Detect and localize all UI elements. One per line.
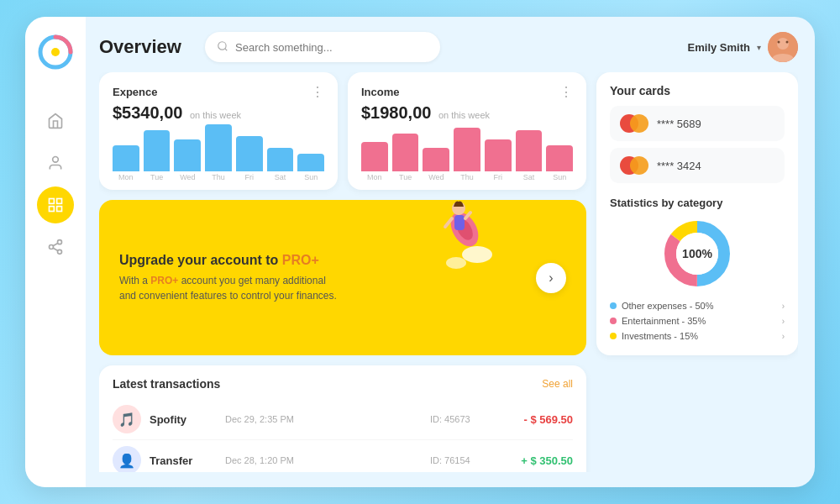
svg-point-24 <box>445 207 484 251</box>
bar <box>392 134 419 172</box>
chevron-right-icon: › <box>782 317 785 326</box>
bar <box>361 142 388 171</box>
table-row[interactable]: 🎵 Spofity Dec 29, 2:35 PM ID: 45673 - $ … <box>113 399 573 440</box>
bar-group: Mon <box>361 142 388 181</box>
donut-chart: 100% <box>659 216 735 291</box>
bar-group: Fri <box>236 136 263 181</box>
svg-line-10 <box>53 248 58 250</box>
expense-title: Expence <box>113 86 157 98</box>
legend-dot <box>610 302 617 309</box>
legend-dot <box>610 333 617 339</box>
legend-item[interactable]: Entertainment - 35% › <box>610 313 785 328</box>
tx-title: Latest transactions <box>113 377 220 391</box>
income-title: Income <box>361 86 400 98</box>
legend-list: Other expenses - 50% › Entertainment - 3… <box>610 298 785 344</box>
bar <box>546 145 573 172</box>
bar-label: Mon <box>118 173 134 181</box>
bar-group: Fri <box>485 139 512 182</box>
bar-group: Wed <box>174 139 201 182</box>
expense-chart: MonTueWedThuFriSatSun <box>113 131 324 181</box>
chevron-right-icon: › <box>782 332 785 341</box>
svg-point-17 <box>786 41 789 44</box>
legend-label: Other expenses - 50% <box>622 301 777 311</box>
tx-name: Spofity <box>150 413 217 426</box>
bar-label: Thu <box>212 173 225 181</box>
svg-point-2 <box>53 157 59 163</box>
bar-label: Sun <box>553 173 566 181</box>
svg-line-28 <box>445 218 452 227</box>
sidebar-item-user[interactable] <box>37 144 74 181</box>
search-input[interactable] <box>235 41 428 54</box>
table-row[interactable]: 👤 Transfer Dec 28, 1:20 PM ID: 76154 + $… <box>113 440 573 472</box>
tx-see-all[interactable]: See all <box>542 378 573 390</box>
income-amount: $1980,00 <box>361 103 431 122</box>
avatar <box>768 32 798 62</box>
expense-menu-icon[interactable]: ⋮ <box>311 84 324 100</box>
logo <box>37 34 74 71</box>
svg-point-9 <box>58 249 62 254</box>
stats-title: Statistics by category <box>610 197 785 209</box>
svg-rect-5 <box>50 207 55 212</box>
sidebar-item-dashboard[interactable] <box>37 186 74 223</box>
income-period: on this week <box>438 110 490 120</box>
svg-point-16 <box>778 41 780 44</box>
bar <box>423 148 449 171</box>
sidebar <box>25 17 86 487</box>
svg-line-13 <box>225 48 228 50</box>
tx-header: Latest transactions See all <box>113 377 573 391</box>
bar <box>144 130 171 171</box>
bar-label: Fri <box>493 173 502 181</box>
income-chart: MonTueWedThuFriSatSun <box>361 131 573 181</box>
promo-next-button[interactable]: › <box>536 263 566 293</box>
svg-rect-3 <box>50 199 55 204</box>
sidebar-item-home[interactable] <box>37 102 74 139</box>
bar-label: Wed <box>428 173 444 181</box>
tx-date: Dec 28, 1:20 PM <box>225 455 422 465</box>
bar-label: Fri <box>244 173 254 181</box>
tx-id: ID: 76154 <box>430 455 497 465</box>
transactions-card: Latest transactions See all 🎵 Spofity De… <box>99 365 586 472</box>
bar-label: Sun <box>304 173 318 181</box>
tx-date: Dec 29, 2:35 PM <box>225 414 422 424</box>
tx-name: Transfer <box>150 454 217 467</box>
svg-point-25 <box>453 216 476 243</box>
bar-group: Sun <box>546 145 573 182</box>
page-title: Overview <box>99 36 192 58</box>
bar <box>297 154 324 171</box>
income-menu-icon[interactable]: ⋮ <box>559 84 573 100</box>
svg-point-1 <box>51 48 60 56</box>
search-bar[interactable] <box>205 32 440 62</box>
bar <box>516 130 543 171</box>
credit-card-item[interactable]: **** 5689 <box>610 106 785 141</box>
svg-line-29 <box>465 213 470 218</box>
your-cards-title: Your cards <box>610 84 785 97</box>
income-card: Income ⋮ $1980,00 on this week MonTueWed… <box>348 72 586 190</box>
bar-label: Wed <box>180 173 195 181</box>
donut-label: 100% <box>682 247 712 260</box>
bar <box>454 128 480 172</box>
user-info[interactable]: Emily Smith ▾ <box>688 32 798 62</box>
promo-banner: Upgrade your account to PRO+ With a PRO+… <box>99 200 586 355</box>
chevron-down-icon: ▾ <box>757 43 761 52</box>
bar-group: Thu <box>205 124 232 181</box>
svg-point-12 <box>218 41 226 49</box>
bar <box>236 136 263 171</box>
credit-card-item[interactable]: **** 3424 <box>610 148 785 183</box>
legend-item[interactable]: Investments - 15% › <box>610 328 785 344</box>
credit-cards-list: **** 5689 **** 3424 <box>610 106 785 183</box>
bar-label: Mon <box>367 173 382 181</box>
bar-group: Wed <box>423 148 449 181</box>
sidebar-item-share[interactable] <box>37 228 74 265</box>
bar-label: Sat <box>523 173 535 181</box>
header: Overview Emily Smith ▾ <box>99 32 798 62</box>
your-cards-panel: Your cards **** 5689 **** 3424 Statistic… <box>596 72 798 355</box>
expense-amount: $5340,00 <box>113 103 182 122</box>
legend-item[interactable]: Other expenses - 50% › <box>610 298 785 313</box>
bar <box>174 139 201 172</box>
bar-group: Tue <box>392 134 419 182</box>
tx-icon: 👤 <box>113 446 141 472</box>
svg-point-8 <box>50 245 54 249</box>
bar-group: Sun <box>297 154 324 181</box>
tx-list: 🎵 Spofity Dec 29, 2:35 PM ID: 45673 - $ … <box>113 399 573 472</box>
bar-group: Tue <box>144 130 171 181</box>
